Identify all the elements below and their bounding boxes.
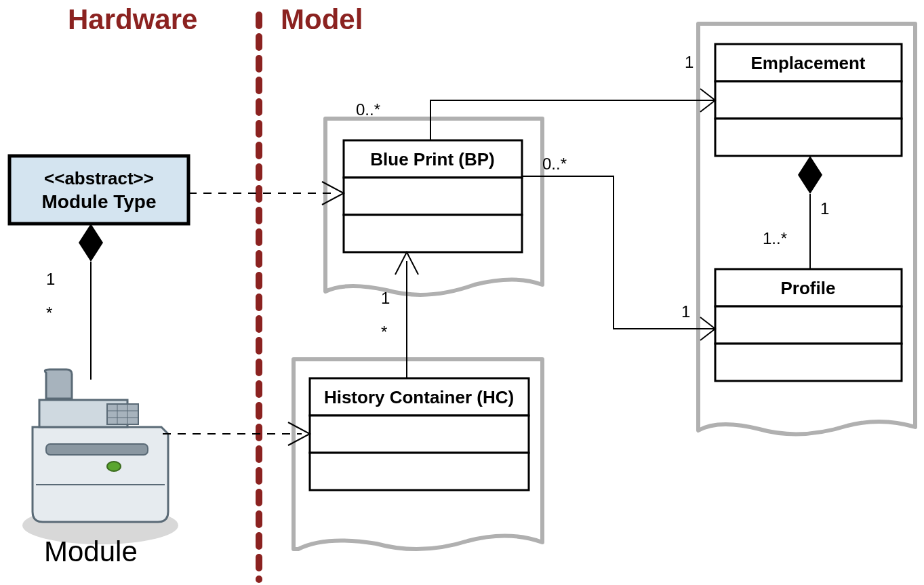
class-blueprint: Blue Print (BP): [344, 140, 522, 252]
composition-diamond-emplacement: [798, 156, 822, 194]
svg-rect-0: [9, 156, 188, 224]
section-title-model: Model: [281, 3, 363, 36]
section-title-hardware: Hardware: [68, 3, 197, 36]
class-module-type: <<abstract>> Module Type: [9, 156, 188, 224]
class-emplacement: Emplacement: [715, 44, 902, 156]
module-icon: [22, 369, 178, 544]
svg-rect-17: [715, 81, 902, 119]
class-blueprint-name: Blue Print (BP): [370, 149, 494, 169]
svg-rect-20: [715, 306, 902, 344]
mult-hc-bp-top: 1: [381, 289, 390, 307]
class-profile-name: Profile: [781, 278, 836, 298]
diagram-canvas: <<abstract>> Module Type 1 * Blue Print: [0, 0, 924, 585]
mult-hc-bp-bottom: *: [381, 323, 387, 341]
svg-point-8: [107, 462, 121, 471]
mult-bp-emp-right: 1: [685, 53, 694, 71]
mult-moduletype-top: 1: [46, 270, 55, 288]
mult-bp-profile-right: 1: [681, 302, 690, 321]
mult-emp-profile-top: 1: [820, 199, 829, 218]
class-module-type-stereotype: <<abstract>>: [44, 168, 154, 188]
svg-rect-7: [46, 444, 148, 455]
svg-rect-12: [344, 215, 522, 252]
mult-bp-profile-left: 0..*: [542, 155, 567, 173]
mult-moduletype-bottom: *: [46, 304, 52, 322]
mult-bp-emp-left: 0..*: [356, 100, 380, 119]
class-profile: Profile: [715, 269, 902, 381]
svg-rect-11: [344, 178, 522, 215]
module-label: Module: [44, 536, 138, 568]
svg-rect-18: [715, 119, 902, 156]
class-historycontainer: History Container (HC): [310, 378, 529, 490]
svg-rect-14: [310, 416, 529, 453]
composition-diamond-moduletype: [79, 224, 103, 262]
svg-rect-15: [310, 453, 529, 490]
class-historycontainer-name: History Container (HC): [324, 387, 514, 407]
svg-rect-21: [715, 344, 902, 381]
class-emplacement-name: Emplacement: [750, 53, 865, 73]
mult-emp-profile-bottom: 1..*: [763, 229, 787, 247]
svg-rect-2: [107, 404, 138, 424]
class-module-type-name: Module Type: [41, 191, 156, 212]
